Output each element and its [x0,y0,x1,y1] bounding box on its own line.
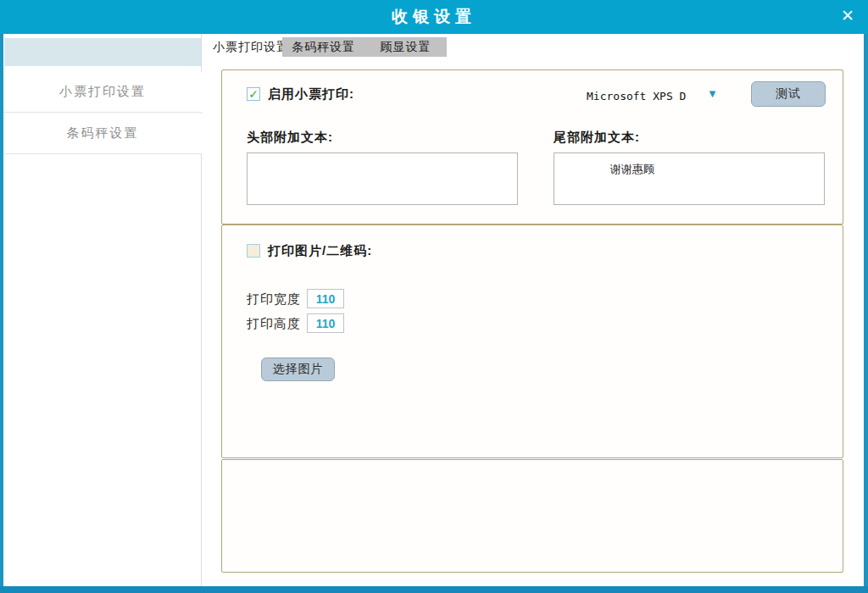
enable-receipt-print-label: 启用小票打印: [268,86,354,103]
sidebar-item-label: 小票打印设置 [59,84,146,100]
print-width-input[interactable] [307,289,344,308]
window-border-bottom [0,586,868,593]
close-icon[interactable]: ✕ [836,4,860,28]
receipt-print-panel: ✓ 启用小票打印: Microsoft XPS D ▼ 测试 头部附加文本: 尾… [221,69,843,224]
tab-label: 小票打印设置 [213,40,289,55]
enable-receipt-print-checkbox[interactable]: ✓ [247,87,260,101]
print-image-label: 打印图片/二维码: [268,243,372,259]
sidebar-item-receipt-print-settings[interactable]: 小票打印设置 [3,72,202,113]
tab-group-inactive: 条码秤设置 顾显设置 [282,37,447,57]
header-extra-text-input[interactable] [247,152,518,205]
print-width-label: 打印宽度 [247,291,301,308]
sidebar: 小票打印设置 条码秤设置 [3,34,202,586]
print-image-panel: 打印图片/二维码: 打印宽度 打印高度 选择图片 [221,224,843,458]
sidebar-header-block [4,38,201,66]
sidebar-item-label: 条码秤设置 [67,125,139,141]
window-border-right [864,34,868,593]
footer-extra-text-label: 尾部附加文本: [554,130,640,146]
sidebar-item-barcode-scale-settings[interactable]: 条码秤设置 [3,114,202,154]
header-extra-text-label: 头部附加文本: [247,130,333,146]
settings-window: 收银设置 ✕ 小票打印设置 条码秤设置 小票打印设置 条码秤设置 顾显设置 ✓ … [0,0,868,593]
test-button-label: 测试 [776,86,801,102]
tab-customer-display-settings[interactable]: 顾显设置 [364,37,447,57]
choose-image-button-label: 选择图片 [273,362,324,377]
print-image-checkbox[interactable] [247,244,260,258]
choose-image-button[interactable]: 选择图片 [261,357,335,381]
printer-dropdown-value: Microsoft XPS D [587,90,686,103]
footer-extra-text-input[interactable]: 谢谢惠顾 [554,152,825,205]
tab-label: 顾显设置 [381,40,431,55]
print-height-label: 打印高度 [247,316,301,332]
print-height-input[interactable] [307,313,344,333]
tab-barcode-scale-settings[interactable]: 条码秤设置 [282,37,364,57]
chevron-down-icon[interactable]: ▼ [707,87,718,100]
test-button[interactable]: 测试 [751,81,826,107]
empty-bottom-panel [221,459,843,573]
titlebar: 收银设置 ✕ [0,0,868,34]
tab-receipt-print-settings[interactable]: 小票打印设置 [208,37,294,57]
tab-label: 条码秤设置 [292,40,355,55]
window-title: 收银设置 [392,6,476,28]
